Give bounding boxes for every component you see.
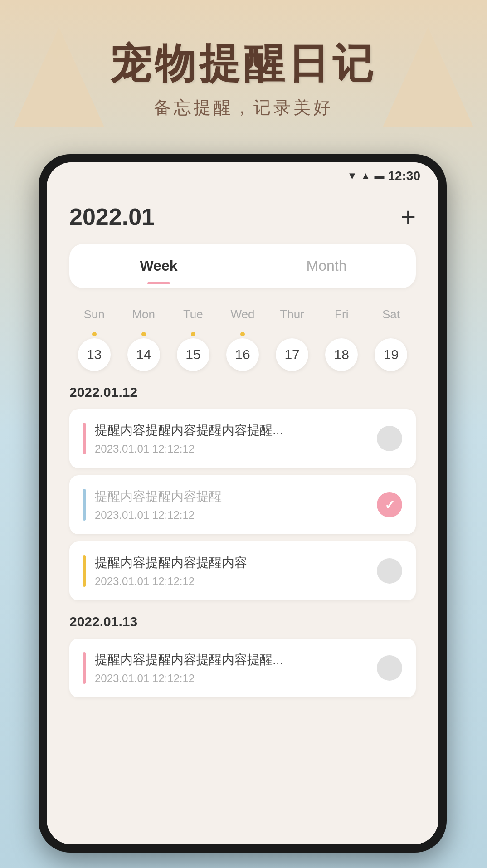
day-dot bbox=[240, 332, 245, 336]
check-mark-icon: ✓ bbox=[385, 497, 395, 512]
reminder-content-1: 提醒内容提醒内容提醒内容提醒... 2023.01.01 12:12:12 bbox=[95, 422, 368, 455]
reminder-line-blue bbox=[83, 489, 86, 521]
tab-selector: Week Month bbox=[69, 244, 416, 288]
wifi-icon: ▼ bbox=[347, 170, 357, 182]
day-dot bbox=[141, 332, 146, 336]
day-cell-13[interactable]: 13 bbox=[69, 332, 119, 371]
phone-frame: ▼ ▲ ▬ 12:30 2022.01 + Week Month bbox=[39, 154, 447, 853]
day-label-fri: Fri bbox=[317, 304, 366, 325]
day-number: 19 bbox=[375, 338, 407, 371]
day-number: 15 bbox=[177, 338, 209, 371]
calendar-days-header: Sun Mon Tue Wed Thur Fri Sat bbox=[69, 304, 416, 325]
day-number: 13 bbox=[78, 338, 111, 371]
phone-screen: ▼ ▲ ▬ 12:30 2022.01 + Week Month bbox=[47, 162, 438, 844]
calendar-week: 13 14 15 16 17 bbox=[69, 332, 416, 371]
reminder-title-4: 提醒内容提醒内容提醒内容提醒... bbox=[95, 651, 368, 668]
reminder-card-2[interactable]: 提醒内容提醒内容提醒 2023.01.01 12:12:12 ✓ bbox=[69, 475, 416, 534]
day-number: 17 bbox=[276, 338, 308, 371]
day-cell-15[interactable]: 15 bbox=[168, 332, 218, 371]
reminder-toggle-1[interactable] bbox=[377, 426, 402, 451]
day-number: 16 bbox=[226, 338, 259, 371]
day-label-tue: Tue bbox=[168, 304, 218, 325]
reminder-card-1[interactable]: 提醒内容提醒内容提醒内容提醒... 2023.01.01 12:12:12 bbox=[69, 409, 416, 468]
status-time: 12:30 bbox=[388, 169, 420, 183]
tab-week[interactable]: Week bbox=[75, 249, 243, 283]
day-label-thur: Thur bbox=[268, 304, 317, 325]
reminder-title-1: 提醒内容提醒内容提醒内容提醒... bbox=[95, 422, 368, 439]
reminder-time-3: 2023.01.01 12:12:12 bbox=[95, 575, 368, 588]
day-cell-17[interactable]: 17 bbox=[268, 332, 317, 371]
day-dot bbox=[191, 332, 195, 336]
add-button[interactable]: + bbox=[400, 204, 416, 230]
reminder-content-4: 提醒内容提醒内容提醒内容提醒... 2023.01.01 12:12:12 bbox=[95, 651, 368, 685]
title-area: 宠物提醒日记 备忘提醒，记录美好 bbox=[0, 36, 487, 119]
reminder-content-3: 提醒内容提醒内容提醒内容 2023.01.01 12:12:12 bbox=[95, 554, 368, 588]
day-dot bbox=[92, 332, 97, 336]
day-number: 14 bbox=[127, 338, 160, 371]
day-label-wed: Wed bbox=[218, 304, 267, 325]
reminder-content-2: 提醒内容提醒内容提醒 2023.01.01 12:12:12 bbox=[95, 488, 368, 522]
day-cell-19[interactable]: 19 bbox=[366, 332, 416, 371]
tab-month[interactable]: Month bbox=[243, 249, 410, 283]
reminder-time-4: 2023.01.01 12:12:12 bbox=[95, 672, 368, 685]
reminder-title-2: 提醒内容提醒内容提醒 bbox=[95, 488, 368, 505]
section-date-2: 2022.01.13 bbox=[69, 614, 416, 629]
reminder-toggle-2[interactable]: ✓ bbox=[377, 492, 402, 517]
reminder-line-pink bbox=[83, 423, 86, 454]
app-content: 2022.01 + Week Month Sun Mon Tue Wed Thu… bbox=[47, 190, 438, 844]
sub-title: 备忘提醒，记录美好 bbox=[0, 96, 487, 119]
reminder-title-3: 提醒内容提醒内容提醒内容 bbox=[95, 554, 368, 571]
day-label-sat: Sat bbox=[366, 304, 416, 325]
reminder-line-pink-2 bbox=[83, 652, 86, 684]
day-cell-16[interactable]: 16 bbox=[218, 332, 267, 371]
reminder-toggle-4[interactable] bbox=[377, 655, 402, 681]
reminder-line-yellow bbox=[83, 555, 86, 587]
day-cell-18[interactable]: 18 bbox=[317, 332, 366, 371]
reminder-toggle-3[interactable] bbox=[377, 558, 402, 584]
battery-icon: ▬ bbox=[374, 170, 384, 182]
signal-icon: ▲ bbox=[361, 170, 371, 182]
main-title: 宠物提醒日记 bbox=[0, 36, 487, 92]
status-bar: ▼ ▲ ▬ 12:30 bbox=[47, 162, 438, 190]
day-number: 18 bbox=[325, 338, 358, 371]
day-label-sun: Sun bbox=[69, 304, 119, 325]
reminder-time-1: 2023.01.01 12:12:12 bbox=[95, 443, 368, 455]
day-label-mon: Mon bbox=[119, 304, 168, 325]
reminder-card-3[interactable]: 提醒内容提醒内容提醒内容 2023.01.01 12:12:12 bbox=[69, 541, 416, 600]
section-date-1: 2022.01.12 bbox=[69, 385, 416, 400]
day-cell-14[interactable]: 14 bbox=[119, 332, 168, 371]
status-icons: ▼ ▲ ▬ 12:30 bbox=[347, 169, 420, 183]
app-header: 2022.01 + bbox=[69, 203, 416, 230]
reminder-card-4[interactable]: 提醒内容提醒内容提醒内容提醒... 2023.01.01 12:12:12 bbox=[69, 639, 416, 697]
current-date: 2022.01 bbox=[69, 203, 155, 230]
reminder-time-2: 2023.01.01 12:12:12 bbox=[95, 509, 368, 522]
